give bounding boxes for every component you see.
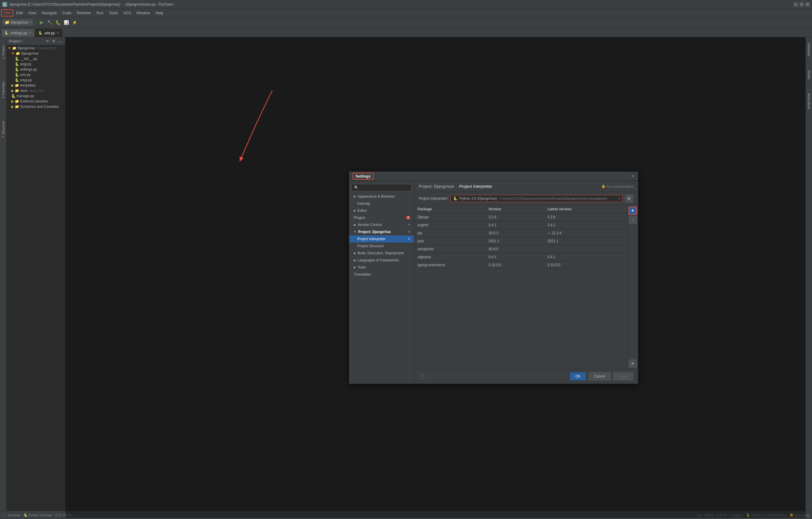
apply-button[interactable]: Apply: [613, 372, 633, 380]
help-button[interactable]: ?: [419, 373, 426, 380]
menu-view[interactable]: View: [26, 10, 39, 16]
project-selector[interactable]: 📁 DjangoVue ▾: [2, 19, 33, 25]
table-row-typing-extensions[interactable]: typing-extensions 3.10.0.0 3.10.0.0: [414, 261, 628, 269]
project-settings-icon: ⚙: [408, 230, 410, 233]
settings-item-editor[interactable]: ▶ Editor: [349, 207, 414, 214]
table-row-pytz[interactable]: pytz 2021.1 2021.1: [414, 237, 628, 245]
settings-item-interpreter[interactable]: Project Interpreter ⚙: [349, 235, 414, 242]
settings-item-plugins[interactable]: Plugins 1: [349, 214, 414, 221]
tree-init-py[interactable]: 🐍 __init__.py: [6, 56, 65, 61]
settings-item-build[interactable]: ▶ Build, Execution, Deployment: [349, 250, 414, 257]
settings-item-languages[interactable]: ▶ Languages & Frameworks: [349, 257, 414, 264]
remove-package-button[interactable]: −: [629, 216, 637, 224]
structure-side-label[interactable]: 7: Structure: [0, 119, 6, 140]
interpreter-gear-button[interactable]: ⚙: [625, 194, 633, 203]
tree-djangovue-folder[interactable]: ▼ 📁 DjangoVue: [6, 51, 65, 56]
settings-item-keymap[interactable]: Keymap: [349, 200, 414, 207]
settings-item-vcs[interactable]: ▶ Version Control ⚙: [349, 221, 414, 228]
tab-settings-py[interactable]: 🐍 settings.py ✕: [1, 29, 34, 37]
breadcrumb-parent: Project: DjangoVue: [419, 184, 454, 189]
add-package-button[interactable]: +: [629, 206, 637, 215]
interpreter-nav-icon: ⚙: [408, 237, 410, 240]
tree-venv[interactable]: ▶ 📁 venv library root: [6, 88, 65, 93]
tree-collapse-button[interactable]: —: [58, 39, 63, 44]
minimize-button[interactable]: ─: [794, 2, 798, 6]
sivide-panel-label[interactable]: SIVide: [806, 68, 812, 82]
tree-external-libraries[interactable]: ▶ 📁 External Libraries: [6, 99, 65, 104]
title-bar: 🐍 DjangoVue [C:\Users\37272\Documents\Py…: [0, 0, 812, 9]
tab-bar: 🐍 settings.py ✕ 🐍 urls.py ✕: [0, 28, 812, 37]
dialog-close-button[interactable]: ✕: [631, 174, 635, 178]
build-button[interactable]: 🔨: [47, 19, 54, 26]
python-icon: 🐍: [453, 196, 458, 201]
tab-settings-py-close[interactable]: ✕: [29, 31, 31, 34]
tree-wsgi-py[interactable]: 🐍 wsgi.py: [6, 77, 65, 83]
tree-scratches[interactable]: ▶ 📁 Scratches and Consoles: [6, 104, 65, 109]
profile-button[interactable]: ⚡: [71, 19, 78, 26]
urls-py-tree-icon: 🐍: [15, 73, 19, 77]
menu-file[interactable]: File: [1, 9, 13, 17]
td-pytz-version: 2021.1: [485, 237, 544, 245]
tree-sync-button[interactable]: ⟳: [45, 39, 50, 44]
interpreter-value: Python 3.6 (DjangoVue): [459, 196, 497, 201]
menu-vcs[interactable]: VCS: [121, 10, 134, 16]
settings-item-structure[interactable]: Project Structure: [349, 242, 414, 250]
tree-manage-py[interactable]: 🐍 manage.py: [6, 93, 65, 99]
debug-button[interactable]: 🐛: [55, 19, 62, 26]
menu-tools[interactable]: Tools: [107, 10, 120, 16]
th-version-label: Version: [489, 207, 501, 211]
left-side-panel: 1: Project 2: Favorites 7: Structure: [0, 37, 6, 518]
table-row-pip[interactable]: pip 19.0.3 ▲ 21.2.4: [414, 229, 628, 237]
td-sqlparse-latest: 0.4.1: [544, 253, 628, 261]
menu-edit[interactable]: Edit: [14, 10, 25, 16]
settings-item-project[interactable]: ▼ Project: DjangoVue ⚙: [349, 228, 414, 235]
tab-urls-py-close[interactable]: ✕: [57, 31, 59, 34]
th-package[interactable]: Package: [414, 205, 485, 213]
menu-code[interactable]: Code: [60, 10, 74, 16]
coverage-button[interactable]: 📊: [63, 19, 70, 26]
th-version[interactable]: Version: [485, 205, 544, 213]
table-row-sqlparse[interactable]: sqlparse 0.4.1 0.4.1: [414, 253, 628, 261]
eye-button[interactable]: 👁: [629, 359, 637, 368]
menu-help[interactable]: Help: [153, 10, 166, 16]
settings-sidebar: ▶ Appearance & Behavior Keymap ▶ Editor …: [349, 181, 414, 384]
templates-icon: ▶ 📁: [11, 83, 19, 87]
project-side-label[interactable]: 1: Project: [0, 43, 6, 61]
menu-run[interactable]: Run: [94, 10, 106, 16]
tree-asgi-py[interactable]: 🐍 asgi.py: [6, 61, 65, 67]
ok-button[interactable]: OK: [570, 372, 586, 380]
table-row-asgiref[interactable]: asgiref 3.4.1 3.4.1: [414, 221, 628, 229]
settings-search-input[interactable]: [351, 184, 411, 191]
tree-templates[interactable]: ▶ 📁 templates: [6, 83, 65, 88]
tree-urls-py[interactable]: 🐍 urls.py: [6, 72, 65, 77]
run-button[interactable]: ▶: [38, 19, 45, 26]
menu-refactor[interactable]: Refactor: [75, 10, 94, 16]
tree-settings-button[interactable]: ⚙: [51, 39, 56, 44]
tab-urls-py[interactable]: 🐍 urls.py ✕: [35, 29, 62, 37]
wsgi-py-label: wsgi.py: [20, 78, 32, 82]
interpreter-select[interactable]: 🐍 Python 3.6 (DjangoVue) C:\Users\37272\…: [451, 195, 623, 202]
table-row-django[interactable]: Django 3.2.6 3.2.6: [414, 213, 628, 221]
tree-settings-py[interactable]: 🐍 settings.py: [6, 67, 65, 72]
table-row-setuptools[interactable]: setuptools 40.8.0: [414, 245, 628, 253]
close-button[interactable]: ✕: [806, 2, 810, 6]
cancel-button[interactable]: Cancel: [588, 372, 611, 380]
menu-window[interactable]: Window: [134, 10, 152, 16]
th-latest[interactable]: Latest version: [544, 205, 628, 213]
terminal-status[interactable]: ⬛ Terminal: [2, 513, 20, 517]
menu-navigate[interactable]: Navigate: [39, 10, 59, 16]
eye-button-container: 👁: [629, 359, 637, 368]
word-book-panel-label[interactable]: Word Book: [806, 91, 812, 111]
database-panel-label[interactable]: Database: [806, 40, 812, 59]
settings-item-tools[interactable]: ▶ Tools: [349, 264, 414, 271]
dialog-title-bar: Settings ✕: [349, 172, 638, 181]
favorites-side-label[interactable]: 2: Favorites: [0, 79, 6, 101]
tree-root[interactable]: ▼ 📁 DjangoVue C:\Users\37272: [6, 46, 65, 51]
settings-item-appearance[interactable]: ▶ Appearance & Behavior: [349, 193, 414, 200]
settings-item-translation[interactable]: Translation: [349, 271, 414, 278]
maximize-button[interactable]: □: [800, 2, 804, 6]
init-py-label: __init__.py: [20, 57, 37, 61]
td-sqlparse-package: sqlparse: [414, 253, 485, 261]
python-console-status[interactable]: 🐍 Python Console: [24, 513, 52, 517]
languages-expand-icon: ▶: [354, 259, 356, 262]
